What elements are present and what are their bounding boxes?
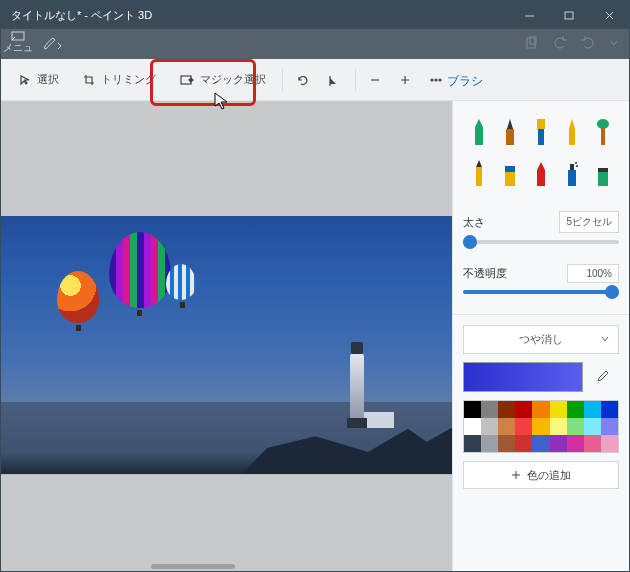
palette-swatch[interactable] — [601, 401, 618, 418]
rotate-tool[interactable] — [287, 61, 319, 99]
palette-swatch[interactable] — [532, 435, 549, 452]
select-label: 選択 — [37, 72, 59, 87]
palette-swatch[interactable] — [567, 401, 584, 418]
brush-panel: 太さ 5ピクセル 不透明度 100% つや消し 色の追加 — [452, 101, 629, 571]
svg-rect-8 — [506, 129, 514, 145]
crop-label: トリミング — [101, 72, 156, 87]
svg-rect-9 — [537, 119, 545, 129]
palette-swatch[interactable] — [481, 401, 498, 418]
svg-point-11 — [597, 119, 609, 129]
opacity-label: 不透明度 — [463, 266, 507, 281]
svg-rect-16 — [568, 170, 576, 186]
palette-swatch[interactable] — [601, 435, 618, 452]
svg-rect-0 — [565, 12, 573, 19]
window-title: タイトルなし* - ペイント 3D — [11, 8, 152, 23]
svg-rect-12 — [601, 128, 605, 145]
palette-swatch[interactable] — [498, 435, 515, 452]
magic-select-tool[interactable]: マジック選択 — [168, 61, 278, 99]
add-color-label: 色の追加 — [527, 468, 571, 483]
svg-point-6 — [435, 79, 437, 81]
chevron-down-icon — [600, 334, 610, 346]
undo-icon[interactable] — [553, 36, 567, 52]
palette-swatch[interactable] — [567, 435, 584, 452]
palette-swatch[interactable] — [498, 401, 515, 418]
palette-swatch[interactable] — [515, 418, 532, 435]
horizontal-scroll-thumb[interactable] — [151, 564, 235, 569]
palette-swatch[interactable] — [532, 418, 549, 435]
brush-calligraphy-icon[interactable] — [494, 113, 525, 149]
palette-swatch[interactable] — [567, 418, 584, 435]
palette-swatch[interactable] — [464, 435, 481, 452]
thickness-slider[interactable] — [463, 240, 619, 244]
brush-pencil-icon[interactable] — [463, 154, 494, 190]
minimize-button[interactable] — [509, 1, 549, 29]
palette-swatch[interactable] — [515, 435, 532, 452]
current-color-swatch[interactable] — [463, 362, 583, 392]
paste-icon[interactable] — [525, 36, 539, 52]
palette-swatch[interactable] — [464, 418, 481, 435]
maximize-button[interactable] — [549, 1, 589, 29]
svg-rect-13 — [476, 167, 482, 186]
brush-oil-icon[interactable] — [525, 113, 556, 149]
svg-rect-20 — [598, 172, 608, 186]
svg-rect-17 — [570, 164, 574, 170]
crop-tool[interactable]: トリミング — [71, 61, 168, 99]
sub-toolbar: 選択 トリミング マジック選択 ブラシ — [1, 59, 629, 101]
brush-eraser-icon[interactable] — [494, 154, 525, 190]
finish-dropdown[interactable]: つや消し — [463, 325, 619, 354]
svg-point-7 — [439, 79, 441, 81]
palette-swatch[interactable] — [550, 401, 567, 418]
ribbon: メニュー — [1, 29, 629, 59]
brush-watercolor-icon[interactable] — [557, 113, 588, 149]
palette-swatch[interactable] — [550, 418, 567, 435]
svg-point-19 — [576, 165, 578, 167]
close-button[interactable] — [589, 1, 629, 29]
brush-pixel-icon[interactable] — [588, 113, 619, 149]
palette-swatch[interactable] — [481, 435, 498, 452]
zoom-out-tool[interactable] — [360, 61, 390, 99]
panel-title: ブラシ — [447, 73, 483, 90]
color-palette[interactable] — [463, 400, 619, 453]
svg-rect-15 — [505, 166, 515, 172]
brush-picker[interactable] — [463, 113, 619, 191]
opacity-slider[interactable] — [463, 290, 619, 294]
titlebar: タイトルなし* - ペイント 3D — [1, 1, 629, 29]
palette-swatch[interactable] — [584, 401, 601, 418]
flip-tool[interactable] — [319, 61, 351, 99]
redo-icon[interactable] — [581, 36, 595, 52]
finish-label: つや消し — [519, 332, 563, 347]
opacity-value[interactable]: 100% — [567, 264, 619, 283]
brush-dropdown[interactable] — [35, 29, 69, 59]
brush-crayon-icon[interactable] — [525, 154, 556, 190]
palette-swatch[interactable] — [584, 418, 601, 435]
svg-point-5 — [431, 79, 433, 81]
svg-rect-10 — [538, 129, 544, 145]
palette-swatch[interactable] — [498, 418, 515, 435]
add-color-button[interactable]: 色の追加 — [463, 461, 619, 489]
magic-select-label: マジック選択 — [200, 72, 266, 87]
brush-spray-icon[interactable] — [557, 154, 588, 190]
palette-swatch[interactable] — [515, 401, 532, 418]
palette-swatch[interactable] — [481, 418, 498, 435]
thickness-value[interactable]: 5ピクセル — [559, 211, 619, 233]
brush-marker-icon[interactable] — [463, 113, 494, 149]
more-caret-icon[interactable] — [609, 38, 619, 50]
eyedropper-icon[interactable] — [591, 366, 613, 388]
select-tool[interactable]: 選択 — [7, 61, 71, 99]
palette-swatch[interactable] — [601, 418, 618, 435]
palette-swatch[interactable] — [464, 401, 481, 418]
canvas-image — [1, 216, 452, 474]
panel-divider — [453, 314, 629, 315]
thickness-label: 太さ — [463, 215, 485, 230]
palette-swatch[interactable] — [550, 435, 567, 452]
svg-point-18 — [575, 162, 577, 164]
brush-fill-icon[interactable] — [588, 154, 619, 190]
zoom-in-tool[interactable] — [390, 61, 420, 99]
palette-swatch[interactable] — [584, 435, 601, 452]
canvas-area[interactable] — [1, 101, 452, 571]
svg-rect-21 — [598, 168, 608, 172]
palette-swatch[interactable] — [532, 401, 549, 418]
svg-rect-2 — [527, 38, 535, 48]
